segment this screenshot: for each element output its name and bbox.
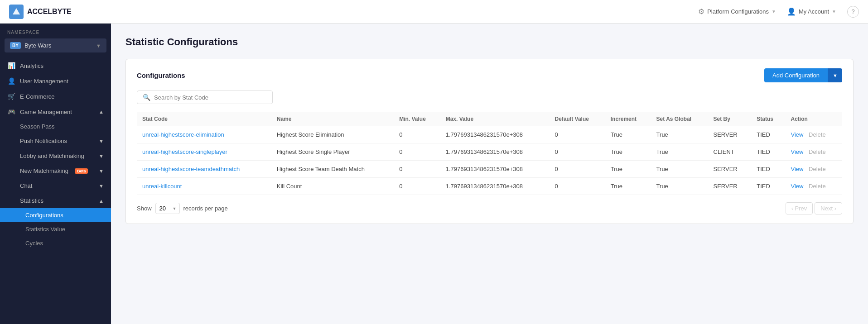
my-account-nav[interactable]: 👤 My Account ▼ xyxy=(787,7,836,16)
cell-increment-0: True xyxy=(605,126,651,143)
stat-code-link-0[interactable]: unreal-highestscore-elimination xyxy=(142,131,224,138)
sidebar-item-user-management-label: User Management xyxy=(20,78,68,85)
sidebar-item-push-notifications[interactable]: Push Notifications ▼ xyxy=(0,133,111,148)
cell-global-1: True xyxy=(651,143,708,161)
chat-label: Chat xyxy=(20,182,32,189)
sidebar-item-ecommerce[interactable]: 🛒 E-Commerce xyxy=(0,89,111,104)
platform-config-label: Platform Configurations xyxy=(707,8,769,15)
delete-button-1[interactable]: Delete xyxy=(809,148,826,155)
cell-default-2: 0 xyxy=(550,161,605,178)
configurations-table: Stat Code Name Min. Value Max. Value Def… xyxy=(137,112,842,195)
platform-config-nav[interactable]: ⚙ Platform Configurations ▼ xyxy=(698,7,776,16)
logo-text: ACCELBYTE xyxy=(27,8,72,16)
sidebar-item-season-pass[interactable]: Season Pass xyxy=(0,119,111,133)
cell-min-1: 0 xyxy=(394,143,440,161)
chat-chevron-icon: ▼ xyxy=(99,183,104,189)
col-min-value: Min. Value xyxy=(394,112,440,126)
cell-max-1: 1.79769313486231570e+308 xyxy=(440,143,550,161)
namespace-selector[interactable]: BY Byte Wars ▼ xyxy=(5,38,106,52)
delete-button-0[interactable]: Delete xyxy=(809,131,826,138)
lobby-matchmaking-chevron-icon: ▼ xyxy=(99,153,104,159)
my-account-chevron-icon: ▼ xyxy=(832,9,836,14)
table-row: unreal-highestscore-singleplayer Highest… xyxy=(137,143,842,161)
my-account-label: My Account xyxy=(799,8,829,15)
table-row: unreal-killcount Kill Count 0 1.79769313… xyxy=(137,178,842,195)
cell-setby-3: SERVER xyxy=(708,178,752,195)
season-pass-label: Season Pass xyxy=(20,123,55,130)
stat-code-link-2[interactable]: unreal-highestscore-teamdeathmatch xyxy=(142,166,240,172)
svg-marker-0 xyxy=(13,8,20,14)
view-button-2[interactable]: View xyxy=(791,166,804,172)
search-icon: 🔍 xyxy=(143,94,150,101)
sidebar-item-user-management[interactable]: 👤 User Management xyxy=(0,73,111,89)
cell-name-3: Kill Count xyxy=(271,178,394,195)
push-notifications-chevron-icon: ▼ xyxy=(99,138,104,144)
cell-min-3: 0 xyxy=(394,178,440,195)
cell-global-2: True xyxy=(651,161,708,178)
col-default-value: Default Value xyxy=(550,112,605,126)
sidebar-item-chat[interactable]: Chat ▼ xyxy=(0,178,111,193)
cell-setby-0: SERVER xyxy=(708,126,752,143)
prev-button[interactable]: ‹ Prev xyxy=(786,202,813,214)
sidebar-item-game-management[interactable]: 🎮 Game Management ▲ xyxy=(0,104,111,119)
namespace-label: NAMESPACE xyxy=(0,24,111,38)
col-stat-code: Stat Code xyxy=(137,112,271,126)
col-increment: Increment xyxy=(605,112,651,126)
configurations-label: Configurations xyxy=(25,212,63,219)
sidebar-item-configurations[interactable]: Configurations xyxy=(0,208,111,222)
statistics-value-label: Statistics Value xyxy=(25,226,65,233)
view-button-3[interactable]: View xyxy=(791,183,804,190)
cell-status-3: TIED xyxy=(751,178,785,195)
sidebar-item-statistics[interactable]: Statistics ▲ xyxy=(0,193,111,208)
cell-action-1: View Delete xyxy=(786,143,842,161)
page-size-select[interactable]: 20 50 100 xyxy=(155,203,180,214)
cell-global-0: True xyxy=(651,126,708,143)
view-button-0[interactable]: View xyxy=(791,131,804,138)
add-configuration-button[interactable]: Add Configuration xyxy=(764,68,828,82)
cell-status-0: TIED xyxy=(751,126,785,143)
statistics-chevron-icon: ▲ xyxy=(99,198,104,204)
content: Statistic Configurations Configurations … xyxy=(111,24,868,324)
topnav-right: ⚙ Platform Configurations ▼ 👤 My Account… xyxy=(698,6,859,18)
stat-code-link-3[interactable]: unreal-killcount xyxy=(142,183,182,190)
cell-default-0: 0 xyxy=(550,126,605,143)
analytics-icon: 📊 xyxy=(7,62,15,69)
cell-name-1: Highest Score Single Player xyxy=(271,143,394,161)
sidebar-item-analytics[interactable]: 📊 Analytics xyxy=(0,58,111,73)
show-label: Show xyxy=(137,205,152,212)
col-status: Status xyxy=(751,112,785,126)
delete-button-2[interactable]: Delete xyxy=(809,166,826,172)
game-management-chevron-icon: ▲ xyxy=(99,109,104,114)
cell-stat-code-1: unreal-highestscore-singleplayer xyxy=(137,143,271,161)
sidebar-item-statistics-value[interactable]: Statistics Value xyxy=(0,222,111,236)
view-button-1[interactable]: View xyxy=(791,148,804,155)
col-action: Action xyxy=(786,112,842,126)
game-management-icon: 🎮 xyxy=(7,108,15,115)
beta-badge: Beta xyxy=(75,168,88,174)
cell-max-0: 1.79769313486231570e+308 xyxy=(440,126,550,143)
help-button[interactable]: ? xyxy=(847,6,859,18)
delete-button-3[interactable]: Delete xyxy=(809,183,826,190)
table-body: unreal-highestscore-elimination Highest … xyxy=(137,126,842,195)
search-input[interactable] xyxy=(154,94,267,101)
cell-max-3: 1.79769313486231570e+308 xyxy=(440,178,550,195)
records-label: records per page xyxy=(183,205,228,212)
help-icon: ? xyxy=(851,8,854,15)
sidebar-item-lobby-matchmaking[interactable]: Lobby and Matchmaking ▼ xyxy=(0,148,111,163)
gear-icon: ⚙ xyxy=(698,7,704,16)
cell-stat-code-3: unreal-killcount xyxy=(137,178,271,195)
lobby-matchmaking-label: Lobby and Matchmaking xyxy=(20,152,84,159)
user-management-icon: 👤 xyxy=(7,77,15,85)
logo-icon xyxy=(9,5,24,19)
next-button[interactable]: Next › xyxy=(815,202,842,214)
add-configuration-dropdown-arrow[interactable]: ▼ xyxy=(828,68,842,82)
ecommerce-icon: 🛒 xyxy=(7,93,15,100)
cell-stat-code-0: unreal-highestscore-elimination xyxy=(137,126,271,143)
cell-stat-code-2: unreal-highestscore-teamdeathmatch xyxy=(137,161,271,178)
sidebar-item-cycles[interactable]: Cycles xyxy=(0,236,111,250)
pagination-left: Show 20 50 100 records per page xyxy=(137,203,228,214)
sidebar-item-new-matchmaking[interactable]: New Matchmaking Beta ▼ xyxy=(0,163,111,178)
stat-code-link-1[interactable]: unreal-highestscore-singleplayer xyxy=(142,148,227,155)
topnav: ACCELBYTE ⚙ Platform Configurations ▼ 👤 … xyxy=(0,0,868,24)
platform-config-chevron-icon: ▼ xyxy=(772,9,776,14)
